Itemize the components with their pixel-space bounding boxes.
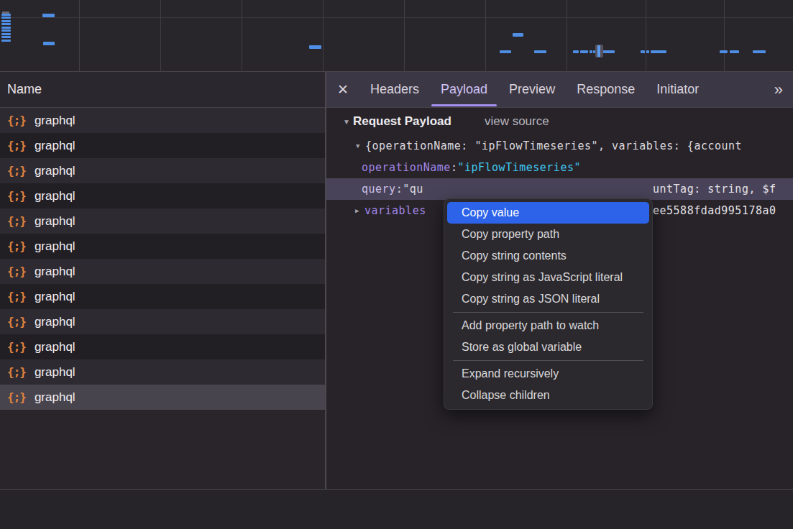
context-menu: Copy valueCopy property pathCopy string …: [444, 198, 653, 410]
json-braces-icon: {;}: [7, 214, 26, 228]
tree-row-query[interactable]: query: "qu untTag: string, $f: [326, 178, 793, 200]
devtools-network-panel: Name {;}graphql{;}graphql{;}graphql{;}gr…: [0, 0, 793, 529]
request-name-label: graphql: [35, 239, 75, 254]
waterfall-bar: [651, 50, 666, 53]
json-braces-icon: {;}: [7, 265, 26, 278]
request-row[interactable]: {;}graphql: [0, 208, 325, 234]
waterfall-bar: [1, 40, 11, 42]
menu-item-expand-recursively[interactable]: Expand recursively: [444, 363, 652, 385]
menu-item-collapse-children[interactable]: Collapse children: [444, 385, 652, 406]
waterfall-bar: [1, 33, 11, 35]
json-braces-icon: {;}: [7, 290, 26, 303]
menu-item-copy-value[interactable]: Copy value: [447, 202, 649, 224]
request-row[interactable]: {;}graphql: [0, 259, 325, 284]
request-name-label: graphql: [35, 214, 75, 229]
menu-item-copy-string-as-javascript-literal[interactable]: Copy string as JavaScript literal: [444, 267, 652, 288]
request-name-label: graphql: [35, 290, 75, 304]
waterfall-bar: [1, 29, 11, 32]
summary-footer: [0, 489, 793, 529]
property-key: query: [362, 183, 396, 196]
waterfall-bar: [646, 50, 649, 53]
waterfall-bar: [580, 50, 588, 53]
tab-preview[interactable]: Preview: [498, 72, 566, 107]
waterfall-bar: [42, 14, 55, 17]
request-payload-section-header: ▼ Request Payload view source: [326, 108, 793, 135]
tab-headers[interactable]: Headers: [359, 72, 430, 107]
json-braces-icon: {;}: [7, 390, 26, 404]
overview-gridline: [567, 0, 567, 72]
property-key: operationName: [362, 161, 451, 174]
tab-payload[interactable]: Payload: [430, 72, 498, 107]
menu-item-copy-string-as-json-literal[interactable]: Copy string as JSON literal: [444, 288, 652, 310]
request-row[interactable]: {;}graphql: [0, 108, 325, 133]
waterfall-bar: [513, 33, 523, 37]
json-braces-icon: {;}: [7, 164, 26, 178]
request-row[interactable]: {;}graphql: [0, 309, 325, 334]
waterfall-bar: [720, 50, 728, 53]
overview-gridline: [242, 0, 242, 72]
menu-separator: [453, 312, 643, 313]
request-name-label: graphql: [35, 315, 75, 329]
key-separator: :: [396, 183, 403, 196]
tree-row-root[interactable]: ▼ {operationName: "ipFlowTimeseries", va…: [326, 135, 793, 157]
menu-item-copy-string-contents[interactable]: Copy string contents: [444, 245, 652, 267]
request-row[interactable]: {;}graphql: [0, 359, 325, 385]
root-object-preview: {operationName: "ipFlowTimeseries", vari…: [365, 139, 742, 152]
request-name-label: graphql: [35, 365, 75, 380]
waterfall-bar: [1, 14, 11, 16]
request-row[interactable]: {;}graphql: [0, 158, 325, 183]
variables-preview-fragment: ee5588fdad995178a0: [653, 200, 776, 221]
waterfall-bar: [1, 27, 11, 29]
waterfall-bar: [602, 50, 615, 53]
overview-horizontal-gridline: [0, 17, 793, 18]
tab-initiator[interactable]: Initiator: [646, 72, 710, 107]
request-row[interactable]: {;}graphql: [0, 385, 325, 410]
overview-gridline: [160, 0, 161, 72]
waterfall-bar: [43, 42, 55, 45]
overview-selection-marker-bar: [597, 45, 600, 57]
json-braces-icon: {;}: [7, 315, 26, 329]
menu-separator: [453, 360, 643, 361]
network-overview-timeline[interactable]: [0, 0, 793, 72]
expand-triangle-icon[interactable]: ▶: [355, 207, 359, 214]
view-source-link[interactable]: view source: [485, 114, 549, 129]
request-name-label: graphql: [35, 189, 75, 203]
waterfall-bar: [641, 50, 645, 53]
request-name-label: graphql: [35, 114, 75, 128]
name-column-header[interactable]: Name: [0, 72, 325, 108]
overview-gridline: [79, 0, 80, 72]
json-braces-icon: {;}: [7, 365, 26, 379]
close-icon[interactable]: ✕: [326, 72, 359, 107]
section-title: Request Payload: [353, 114, 451, 129]
request-name-label: graphql: [35, 139, 75, 153]
tree-row-operationname[interactable]: operationName: "ipFlowTimeseries": [326, 157, 793, 178]
menu-item-store-as-global-variable[interactable]: Store as global variable: [444, 336, 652, 358]
more-tabs-icon[interactable]: »: [764, 72, 793, 107]
waterfall-bar: [730, 50, 739, 53]
json-braces-icon: {;}: [7, 239, 26, 253]
overview-gridline: [646, 0, 646, 72]
request-row[interactable]: {;}graphql: [0, 133, 325, 158]
overview-gridline: [404, 0, 405, 72]
menu-item-add-property-path-to-watch[interactable]: Add property path to watch: [444, 315, 652, 336]
overview-gridline: [724, 0, 725, 72]
request-row[interactable]: {;}graphql: [0, 334, 325, 359]
request-row[interactable]: {;}graphql: [0, 234, 325, 259]
property-value-right-fragment: untTag: string, $f: [653, 178, 776, 200]
tab-response[interactable]: Response: [566, 72, 646, 107]
request-name-label: graphql: [35, 164, 75, 178]
overview-gridline: [485, 0, 486, 72]
request-row[interactable]: {;}graphql: [0, 284, 325, 309]
request-name-label: graphql: [35, 340, 75, 354]
json-braces-icon: {;}: [7, 139, 26, 152]
waterfall-bar: [1, 17, 11, 19]
collapse-triangle-icon[interactable]: ▼: [356, 142, 360, 150]
json-braces-icon: {;}: [7, 189, 26, 203]
collapse-triangle-icon[interactable]: ▼: [343, 118, 350, 126]
menu-item-copy-property-path[interactable]: Copy property path: [444, 224, 652, 245]
detail-tab-bar: ✕ HeadersPayloadPreviewResponseInitiator…: [326, 72, 793, 108]
waterfall-bar: [590, 50, 592, 53]
request-row[interactable]: {;}graphql: [0, 183, 325, 208]
json-braces-icon: {;}: [7, 114, 26, 127]
json-braces-icon: {;}: [7, 340, 26, 354]
